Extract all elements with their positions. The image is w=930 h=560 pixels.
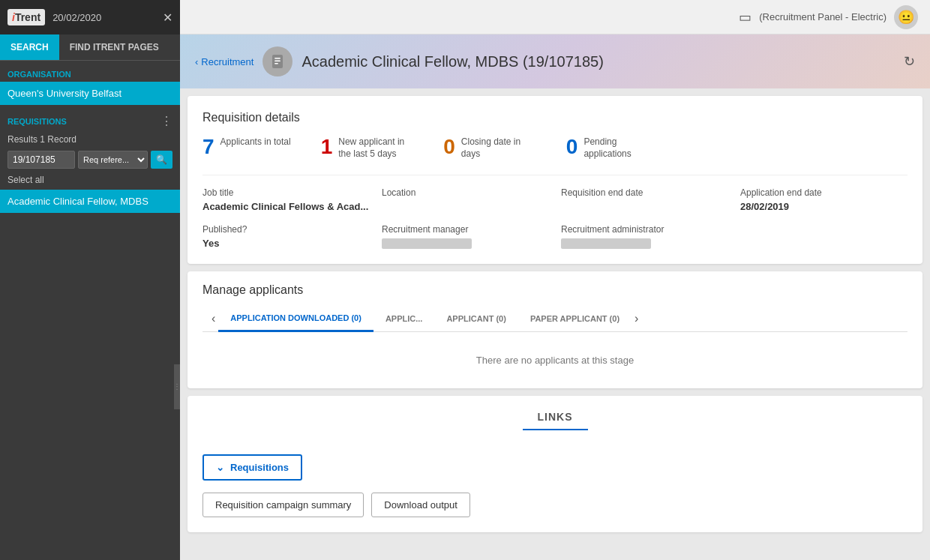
drag-handle[interactable]: ⋮ [174,364,180,409]
requisitions-button[interactable]: ⌄ Requisitions [202,454,302,481]
req-details-title: Requisition details [202,111,908,124]
detail-published: Published? Yes [202,224,370,249]
page-title: Academic Clinical Fellow, MDBS (19/10718… [302,53,895,70]
tabs-row: ‹ APPLICATION DOWNLOADED (0) APPLIC... A… [202,306,908,332]
detail-label-rec-admin: Recruitment administrator [561,224,728,235]
main-content: ▭ (Recruitment Panel - Electric) 😐 ‹ Rec… [180,0,930,560]
more-options-icon[interactable]: ⋮ [160,114,172,128]
manage-applicants-card: Manage applicants ‹ APPLICATION DOWNLOAD… [188,271,922,388]
req-section-label: REQUISITIONS [8,117,160,126]
sidebar-tabs: SEARCH FIND ITRENT PAGES [0,34,180,61]
svg-rect-1 [274,58,280,59]
stat-number-total: 7 [202,136,214,157]
org-item[interactable]: Queen's University Belfast [0,82,180,105]
links-card: LINKS ⌄ Requisitions Requisition campaig… [188,396,922,532]
sidebar-body: ⋮ [0,213,180,560]
tab-applicant[interactable]: APPLICANT (0) [434,307,518,331]
org-section-label: ORGANISATION [0,61,180,82]
page-header: ‹ Recruitment Academic Clinical Fellow, … [180,34,930,88]
stat-applicants-total: 7 Applicants in total [202,136,291,160]
req-section: REQUISITIONS ⋮ [0,105,180,131]
link-buttons-row: Requisition campaign summary Download ou… [202,493,908,517]
detail-app-end-date: Application end date 28/02/2019 [740,187,908,212]
detail-value-rec-admin [561,238,651,249]
download-output-button[interactable]: Download output [371,493,470,517]
stats-row: 7 Applicants in total 1 New applicant in… [202,136,908,160]
tab-empty-message: There are no applicants at this stage [188,332,922,388]
detail-value-rec-manager [382,238,472,249]
tabs-prev-btn[interactable]: ‹ [208,306,218,331]
manage-header: Manage applicants ‹ APPLICATION DOWNLOAD… [188,271,922,332]
top-bar: ▭ (Recruitment Panel - Electric) 😐 [180,0,930,34]
tab-applic[interactable]: APPLIC... [374,307,435,331]
requisitions-btn-label: Requisitions [230,462,289,473]
tab-paper-applicant[interactable]: PAPER APPLICANT (0) [518,307,632,331]
details-grid: Job title Academic Clinical Fellows & Ac… [202,175,908,249]
svg-rect-2 [274,61,280,62]
links-title: LINKS [523,411,588,430]
stat-label-new: New applicant in the last 5 days [338,136,413,160]
detail-req-end-date: Requisition end date [561,187,728,212]
chevron-down-icon: ⌄ [216,462,224,473]
refresh-icon[interactable]: ↻ [904,53,915,70]
stat-label-total: Applicants in total [220,136,291,148]
detail-label-rec-manager: Recruitment manager [382,224,549,235]
detail-location: Location [382,187,549,212]
results-label: Results 1 Record [0,131,180,148]
tab-search[interactable]: SEARCH [0,34,59,60]
tabs-next-btn[interactable]: › [632,306,641,331]
stat-number-pending: 0 [566,136,578,157]
detail-label-job-title: Job title [202,187,370,198]
chevron-left-icon: ‹ [195,56,198,67]
svg-rect-3 [274,63,278,64]
select-all[interactable]: Select all [0,172,180,188]
detail-rec-manager: Recruitment manager [382,224,549,249]
sidebar-date: 20/02/2020 [52,12,155,23]
avatar[interactable]: 😐 [894,5,918,29]
back-link[interactable]: ‹ Recruitment [195,56,254,67]
detail-job-title: Job title Academic Clinical Fellows & Ac… [202,187,370,212]
stat-number-closing: 0 [443,136,455,157]
search-row: Req refere... 🔍 [0,148,180,172]
tab-find-pages[interactable]: FIND ITRENT PAGES [59,34,170,60]
detail-rec-admin: Recruitment administrator [561,224,728,249]
top-bar-right: ▭ (Recruitment Panel - Electric) 😐 [739,5,918,29]
detail-label-location: Location [382,187,549,198]
stat-label-closing: Closing date in days [461,136,536,160]
detail-label-published: Published? [202,224,370,235]
back-label: Recruitment [201,56,254,67]
close-icon[interactable]: ✕ [163,10,172,25]
detail-value-app-end: 28/02/2019 [740,201,789,212]
monitor-icon[interactable]: ▭ [739,9,752,25]
itrent-logo: iTrent [8,9,45,25]
download-output-label: Download output [384,499,458,511]
stat-number-new: 1 [321,136,333,157]
tab-app-downloaded[interactable]: APPLICATION DOWNLOADED (0) [218,306,374,332]
stat-pending: 0 Pending applications [566,136,659,160]
panel-info: (Recruitment Panel - Electric) [759,11,886,22]
stat-new-applicants: 1 New applicant in the last 5 days [321,136,414,160]
search-button[interactable]: 🔍 [151,151,172,169]
req-campaign-summary-label: Requisition campaign summary [215,499,351,511]
search-select[interactable]: Req refere... [78,151,148,169]
sidebar: iTrent 20/02/2020 ✕ SEARCH FIND ITRENT P… [0,0,180,560]
requisition-details-card: Requisition details 7 Applicants in tota… [188,96,922,264]
detail-value-published: Yes [202,238,219,249]
detail-value-job-title: Academic Clinical Fellows & Acad... [202,201,368,212]
active-record[interactable]: Academic Clinical Fellow, MDBS [0,190,180,213]
stat-closing-date: 0 Closing date in days [443,136,536,160]
sidebar-header: iTrent 20/02/2020 ✕ [0,0,180,34]
req-campaign-summary-button[interactable]: Requisition campaign summary [202,493,364,517]
links-title-container: LINKS [202,411,908,442]
stat-label-pending: Pending applications [584,136,658,160]
search-input[interactable] [8,151,75,169]
manage-title: Manage applicants [202,283,908,297]
detail-label-req-end: Requisition end date [561,187,728,198]
detail-label-app-end: Application end date [740,187,908,198]
page-icon [262,46,292,76]
